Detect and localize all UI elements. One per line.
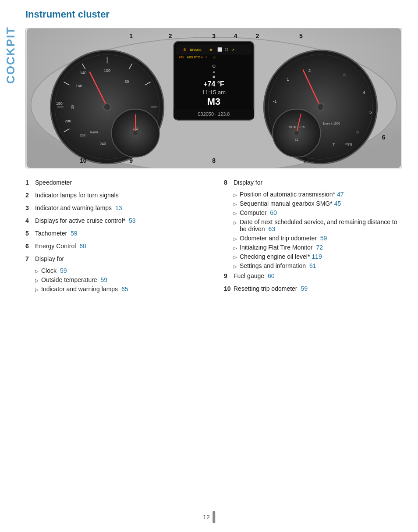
triangle-icon: ▷: [234, 255, 237, 260]
svg-text:50 30 20 15: 50 30 20 15: [288, 125, 305, 129]
page-ref: 63: [268, 225, 275, 232]
svg-text:⊙: ⊙: [212, 64, 216, 68]
svg-text:220: 220: [80, 133, 86, 137]
svg-text:3: 3: [212, 32, 216, 39]
sub-text: Outside temperature 59: [41, 276, 107, 283]
svg-text:≡ ☽: ≡ ☽: [201, 55, 207, 59]
triangle-icon: ▷: [234, 211, 237, 216]
triangle-icon: ▷: [234, 193, 237, 197]
item-text: Resetting trip odometer 59: [234, 284, 308, 293]
sidebar: Cockpit: [0, 0, 21, 532]
list-item: 6 Energy Control 60: [25, 242, 206, 251]
svg-text:mpg: mpg: [345, 142, 352, 146]
svg-text:≡: ≡: [213, 70, 215, 74]
item-text: Displays for active cruise control* 53: [35, 216, 136, 225]
left-list-column: 1 Speedometer 2 Indicator lamps for turn…: [25, 178, 206, 297]
list-item: 1 Speedometer: [25, 178, 206, 187]
svg-text:5: 5: [369, 110, 372, 114]
svg-text:140: 140: [80, 71, 86, 75]
list-item: 4 Displays for active cruise control* 53: [25, 216, 206, 225]
main-content: Instrument cluster: [21, 0, 418, 532]
item-number: 4: [25, 216, 35, 225]
svg-text:240: 240: [99, 142, 106, 146]
svg-text:km/h: km/h: [90, 130, 98, 134]
svg-text:⊳: ⊳: [231, 47, 235, 52]
sub-text: Sequential manual gearbox SMG*45: [240, 200, 341, 207]
item-text: Speedometer: [35, 178, 72, 187]
svg-point-75: [133, 131, 138, 136]
sub-items: ▷ Clock 59 ▷ Outside temperature 59: [35, 267, 206, 293]
triangle-icon: ▷: [35, 287, 39, 292]
svg-text:9: 9: [129, 157, 133, 164]
page-ref: 13: [115, 204, 122, 211]
svg-text:2: 2: [308, 68, 311, 73]
page-ref: 59: [60, 267, 67, 274]
svg-text:032050 · 123.8: 032050 · 123.8: [198, 111, 230, 117]
sub-text: Date of next scheduled service, and rema…: [240, 218, 405, 232]
page-title: Instrument cluster: [25, 9, 405, 20]
sub-item: ▷ Computer 60: [234, 209, 405, 216]
item-text: Energy Control 60: [35, 242, 86, 251]
triangle-icon: ▷: [234, 236, 237, 241]
page-ref: 60: [268, 272, 275, 279]
sub-item: ▷ Odometer and trip odometer 59: [234, 235, 405, 242]
svg-text:12: 12: [295, 138, 298, 141]
sub-item: ▷ Clock 59: [35, 267, 206, 274]
triangle-icon: ▷: [234, 202, 237, 207]
triangle-icon: ▷: [234, 220, 237, 225]
page-bar: [213, 511, 215, 523]
page-ref: 119: [312, 253, 322, 260]
page-ref: 65: [121, 286, 128, 293]
svg-text:4: 4: [363, 90, 365, 95]
item-number: 8: [224, 178, 234, 187]
sub-text: Position of automatic transmission*47: [240, 191, 344, 198]
triangle-icon: ▷: [234, 264, 237, 269]
svg-text:7: 7: [304, 157, 307, 164]
svg-text:10: 10: [80, 157, 87, 164]
svg-text:4: 4: [234, 32, 237, 39]
sub-text: Checking engine oil level*119: [240, 253, 322, 260]
item-text: Fuel gauge 60: [234, 271, 275, 281]
svg-text:⊕: ⊕: [183, 47, 187, 52]
item-number: 3: [25, 204, 35, 213]
svg-text:80: 80: [124, 79, 129, 84]
svg-text:8: 8: [212, 157, 216, 164]
list-item: 9 Fuel gauge 60: [224, 271, 405, 281]
page-ref: 60: [270, 209, 277, 216]
sub-item: ▷ Position of automatic transmission*47: [234, 191, 405, 198]
item-text: Indicator and warning lamps 13: [35, 204, 122, 213]
svg-text:1: 1: [129, 32, 133, 39]
svg-text:✦D: ✦D: [178, 55, 184, 59]
svg-text:200: 200: [65, 119, 71, 123]
sub-text: Odometer and trip odometer 59: [240, 235, 327, 242]
item-number: 7: [25, 254, 35, 264]
cluster-image: 100 20 80 140 km/h mph 160 180 200 220 2…: [25, 28, 402, 168]
item-number: 10: [224, 284, 234, 293]
sub-items: ▷ Position of automatic transmission*47 …: [234, 191, 405, 269]
svg-text:-1: -1: [273, 99, 277, 104]
sub-item: ▷ Indicator and warning lamps 65: [35, 286, 206, 293]
svg-text:7: 7: [333, 142, 335, 147]
item-number: 2: [25, 191, 35, 200]
list-item: 5 Tachometer 59: [25, 229, 206, 238]
svg-text:180: 180: [56, 101, 63, 106]
item-number: 6: [25, 242, 35, 251]
svg-text:WOODPOOL: WOODPOOL: [394, 105, 398, 126]
triangle-icon: ▷: [35, 269, 39, 274]
svg-text:6: 6: [356, 129, 359, 134]
sub-item: ▷ Initializing Flat Tire Monitor 72: [234, 244, 405, 251]
svg-text:6: 6: [382, 134, 386, 141]
sub-item: ▷ Date of next scheduled service, and re…: [234, 218, 405, 232]
svg-text:BRAKE: BRAKE: [190, 48, 202, 52]
item-text: Display for: [234, 178, 262, 187]
svg-point-80: [294, 131, 299, 136]
cluster-svg: 100 20 80 140 km/h mph 160 180 200 220 2…: [26, 29, 402, 168]
page-ref: 72: [316, 244, 323, 251]
list-item: 3 Indicator and warning lamps 13: [25, 204, 206, 213]
svg-point-40: [317, 104, 324, 111]
svg-text:2: 2: [169, 32, 172, 39]
svg-text:+74 °F: +74 °F: [203, 80, 224, 88]
page-ref: 45: [334, 200, 341, 207]
sub-text: Initializing Flat Tire Monitor 72: [240, 244, 323, 251]
svg-text:⬡: ⬡: [225, 47, 228, 52]
